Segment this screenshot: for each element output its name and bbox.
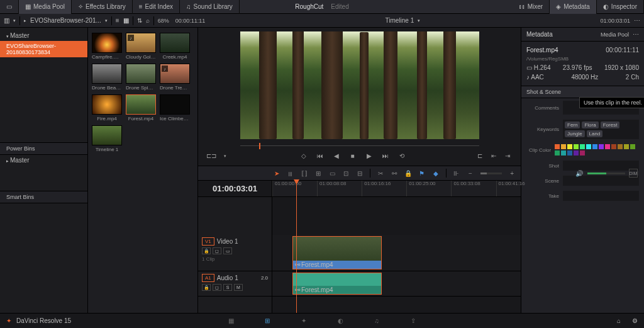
snap-icon[interactable]: ⊪ xyxy=(453,169,460,178)
edit-page-icon[interactable]: ⊞ xyxy=(262,317,273,325)
dim-icon[interactable]: DIM xyxy=(629,169,638,178)
search-icon[interactable]: ⌕ xyxy=(146,17,150,24)
viewer-scrubber[interactable] xyxy=(240,142,479,149)
goto-out-icon[interactable]: ⇥ xyxy=(503,152,512,161)
media-pool-tab[interactable]: ▦Media Pool xyxy=(19,0,72,14)
lock-icon[interactable]: 🔒 xyxy=(202,284,211,291)
clip-color-picker[interactable] xyxy=(555,144,639,156)
clip-thumb[interactable]: Campfire.mp4 xyxy=(92,33,122,60)
fairlight-page-icon[interactable]: ♫ xyxy=(371,317,382,325)
metadata-tab[interactable]: ◈Metadata xyxy=(550,0,597,14)
video-clip[interactable]: ⚯Forest.mp4 xyxy=(292,236,382,269)
center-panel: ⊏⊐ ▾ ◇ ⏮ ◀ ■ ▶ ⏭ ⟲ ⊏ ⇤ ⇥ ➤ ⫼ xyxy=(198,28,521,313)
play-icon[interactable]: ▶ xyxy=(365,152,374,161)
flag-icon[interactable]: ⚑ xyxy=(418,169,426,178)
mute-icon[interactable]: M xyxy=(234,284,243,291)
lock-icon[interactable]: 🔒 xyxy=(202,247,211,254)
zoom-out-icon[interactable]: − xyxy=(467,169,474,178)
metadata-preset[interactable]: Media Pool xyxy=(601,31,629,38)
mixer-tab[interactable]: ⫾⫾Mixer xyxy=(513,0,550,14)
clip-thumb[interactable]: Ice Climber.m... xyxy=(160,94,190,122)
bin-selected[interactable]: EVOShareBrowser-20180830173834 xyxy=(0,41,87,57)
blade-icon[interactable]: ✂ xyxy=(377,169,384,178)
playhead-timecode: 01:00:03:01 xyxy=(213,184,257,193)
overwrite-icon[interactable]: ▭ xyxy=(328,169,336,178)
clip-thumb[interactable]: Creek.mp4 xyxy=(160,33,190,60)
audio-icon: ♪ xyxy=(162,65,168,72)
fusion-page-icon[interactable]: ✦ xyxy=(298,317,309,325)
timeline-tab[interactable]: Timeline 1▾ xyxy=(381,14,424,28)
chevron-down-icon[interactable]: ▾ xyxy=(13,18,16,23)
timeline-thumb[interactable]: Timeline 1 xyxy=(92,125,122,152)
zoom-in-icon[interactable]: + xyxy=(508,169,516,178)
volume-slider[interactable] xyxy=(587,172,625,174)
arm-icon[interactable]: ◻ xyxy=(213,284,221,291)
volume-icon[interactable]: 🔊 xyxy=(575,169,584,178)
video-track[interactable]: ⚯Forest.mp4 xyxy=(272,235,521,271)
media-page-icon[interactable]: ▦ xyxy=(225,317,236,325)
track-enable-icon[interactable]: ◻ xyxy=(213,247,221,254)
power-bins-header[interactable]: Power Bins xyxy=(0,142,87,155)
insert-icon[interactable]: ⊞ xyxy=(314,169,322,178)
viewer[interactable] xyxy=(240,31,479,139)
clip-thumb[interactable]: ♪Cloudy Golde... xyxy=(126,33,156,60)
match-frame-icon[interactable]: ⊏⊐ xyxy=(207,152,216,161)
deliver-page-icon[interactable]: ⇪ xyxy=(408,317,419,325)
arrow-tool-icon[interactable]: ➤ xyxy=(273,169,280,178)
source-timecode: 00:00:11:11 xyxy=(175,18,206,24)
audio-track-header[interactable]: A1Audio 12.0 🔒◻SM xyxy=(198,271,272,297)
link-icon[interactable]: ⚯ xyxy=(391,169,398,178)
solo-icon[interactable]: S xyxy=(223,284,232,291)
take-field[interactable] xyxy=(563,191,639,201)
timeline-ruler[interactable]: 01:00:00:00 01:00:08:08 01:00:16:16 01:0… xyxy=(272,181,521,196)
metadata-title: Metadata xyxy=(526,31,553,38)
clip-thumb[interactable]: Drone Spin at... xyxy=(126,64,156,91)
clip-thumb[interactable]: Fire.mp4 xyxy=(92,94,122,122)
playhead[interactable] xyxy=(296,181,297,313)
keywords-field[interactable]: Fern Flora Forest Jungle Land xyxy=(563,120,639,139)
blade-tool-icon[interactable]: ⟦⟧ xyxy=(301,169,308,178)
lock-icon[interactable]: 🔒 xyxy=(404,169,412,178)
bin-master[interactable]: ▾ Master xyxy=(0,30,87,41)
zoom-slider[interactable] xyxy=(480,172,502,174)
marker-icon[interactable]: ◇ xyxy=(299,152,308,161)
fit-icon[interactable]: ⊟ xyxy=(356,169,364,178)
smart-bins-header[interactable]: Smart Bins xyxy=(0,191,87,203)
settings-icon[interactable]: ⚙ xyxy=(632,317,638,324)
home-icon[interactable]: ⌂ xyxy=(617,317,621,324)
stop-icon[interactable]: ■ xyxy=(348,152,357,161)
top-bar: ▭ ▦Media Pool ✧Effects Library ≡Edit Ind… xyxy=(0,0,644,14)
workspace-toggle[interactable]: ▭ xyxy=(0,0,19,14)
layout-icon[interactable]: ▥ xyxy=(4,17,9,24)
next-clip-icon[interactable]: ⏭ xyxy=(381,152,390,161)
clip-thumb[interactable]: Drone Beach... xyxy=(92,64,122,91)
view-list-icon[interactable]: ≡ xyxy=(116,17,119,24)
track-display-icon[interactable]: ▭ xyxy=(223,247,232,254)
color-page-icon[interactable]: ◐ xyxy=(335,317,346,325)
sound-library-tab[interactable]: ♫Sound Library xyxy=(180,0,240,14)
loop-icon[interactable]: ⟲ xyxy=(397,152,406,161)
trim-tool-icon[interactable]: ⫼ xyxy=(287,169,294,178)
options-icon[interactable]: ⋯ xyxy=(634,17,640,24)
goto-in-icon[interactable]: ⇤ xyxy=(489,152,498,161)
replace-icon[interactable]: ⊡ xyxy=(342,169,350,178)
effects-library-tab[interactable]: ✧Effects Library xyxy=(72,0,133,14)
bin-breadcrumb[interactable]: ▸EVOShareBrowser-201...▾ xyxy=(20,14,111,28)
edit-index-tab[interactable]: ≡Edit Index xyxy=(133,0,180,14)
video-track-header[interactable]: V1Video 1 🔒◻▭ 1 Clip xyxy=(198,235,272,271)
chevron-down-icon[interactable]: ▾ xyxy=(221,152,230,161)
clip-thumb[interactable]: ♪Drone Trees a... xyxy=(160,64,190,91)
inspector-tab[interactable]: ◐Inspector xyxy=(597,0,644,14)
audio-track[interactable]: ⚯Forest.mp4 xyxy=(272,271,521,297)
marker-icon[interactable]: ◆ xyxy=(432,169,440,178)
play-reverse-icon[interactable]: ◀ xyxy=(332,152,341,161)
clip-thumb-selected[interactable]: Forest.mp4 xyxy=(126,94,156,122)
zoom-level[interactable]: 68% xyxy=(158,18,169,24)
sort-icon[interactable]: ⇅ xyxy=(137,17,142,24)
prev-clip-icon[interactable]: ⏮ xyxy=(316,152,325,161)
power-bin-master[interactable]: ▸ Master xyxy=(0,155,87,166)
in-out-icon[interactable]: ⊏ xyxy=(475,152,484,161)
options-icon[interactable]: ⋯ xyxy=(633,31,639,38)
view-thumb-icon[interactable]: ▦ xyxy=(123,17,129,24)
audio-clip[interactable]: ⚯Forest.mp4 xyxy=(292,273,382,295)
